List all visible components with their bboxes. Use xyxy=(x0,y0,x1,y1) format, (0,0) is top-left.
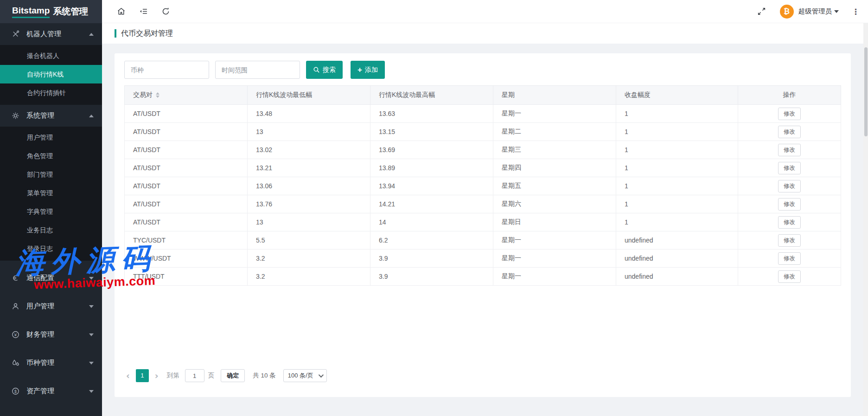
column-header: 交易对 xyxy=(125,86,248,105)
high-cell: 13.15 xyxy=(370,123,493,141)
sidebar-group-header-0[interactable]: 机器人管理 xyxy=(0,23,102,45)
fullscreen-icon[interactable] xyxy=(757,7,766,16)
low-cell: 13 xyxy=(248,213,370,231)
filter-toolbar: 搜索 + 添加 xyxy=(124,61,841,79)
edit-button[interactable]: 修改 xyxy=(778,126,801,138)
high-cell: 13.94 xyxy=(370,177,493,195)
edit-button[interactable]: 修改 xyxy=(778,216,801,229)
scrollbar-thumb[interactable] xyxy=(864,47,868,136)
sidebar-item[interactable]: 字典管理 xyxy=(0,202,102,221)
chevron-down-icon xyxy=(89,333,94,336)
week-cell: 星期日 xyxy=(493,213,616,231)
action-cell: 修改 xyxy=(738,195,841,213)
page-size-label: 100 条/页 xyxy=(288,371,313,380)
week-cell: 星期一 xyxy=(493,268,616,286)
scrollbar-track[interactable] xyxy=(863,23,868,416)
sidebar-item[interactable]: 菜单管理 xyxy=(0,184,102,202)
sidebar-submenu: 用户管理角色管理部门管理菜单管理字典管理业务日志登录日志 xyxy=(0,127,102,261)
chevron-up-icon xyxy=(89,115,94,117)
high-cell: 14 xyxy=(370,213,493,231)
pair-cell: AT/USDT xyxy=(125,105,248,123)
home-icon[interactable] xyxy=(117,7,126,16)
week-cell: 星期五 xyxy=(493,177,616,195)
sidebar-item[interactable]: 登录日志 xyxy=(0,239,102,258)
edit-button[interactable]: 修改 xyxy=(778,180,801,192)
sidebar-group-header-5[interactable]: 币种管理 xyxy=(0,352,102,374)
sidebar-group-header-6[interactable]: $资产管理 xyxy=(0,380,102,402)
pair-cell: TYC/USDT xyxy=(125,231,248,250)
sidebar-group-label: 财务管理 xyxy=(26,330,54,339)
high-cell: 6.2 xyxy=(370,231,493,250)
edit-button[interactable]: 修改 xyxy=(778,270,801,283)
sidebar-group-header-2[interactable]: 通信配置 xyxy=(0,267,102,289)
sidebar-group: ¥财务管理 xyxy=(0,324,102,346)
action-cell: 修改 xyxy=(738,213,841,231)
sidebar-group-header-1[interactable]: 系统管理 xyxy=(0,105,102,127)
page-number-button[interactable]: 1 xyxy=(136,369,149,382)
edit-button[interactable]: 修改 xyxy=(778,252,801,265)
low-cell: 5.5 xyxy=(248,231,370,250)
week-cell: 星期三 xyxy=(493,141,616,159)
sidebar-menu: 机器人管理撮合机器人自动行情K线合约行情插针系统管理用户管理角色管理部门管理菜单… xyxy=(0,23,102,402)
edit-button[interactable]: 修改 xyxy=(778,108,801,120)
table-row: TTT/USDT3.23.9星期一undefined修改 xyxy=(125,268,841,286)
search-button[interactable]: 搜索 xyxy=(306,61,343,79)
chevron-down-icon xyxy=(89,277,94,280)
high-cell: 3.9 xyxy=(370,268,493,286)
sidebar-item[interactable]: 合约行情插针 xyxy=(0,83,102,102)
week-cell: 星期一 xyxy=(493,231,616,250)
user-menu[interactable]: 超级管理员 xyxy=(798,7,839,16)
sort-icon[interactable] xyxy=(156,92,160,98)
chevron-down-icon xyxy=(89,362,94,365)
refresh-icon[interactable] xyxy=(161,7,170,16)
username-label: 超级管理员 xyxy=(798,7,832,16)
close-cell: undefined xyxy=(616,268,738,286)
brand-name: Bitstamp xyxy=(12,6,50,18)
brand-suffix: 系统管理 xyxy=(53,6,88,18)
action-cell: 修改 xyxy=(738,123,841,141)
low-cell: 3.2 xyxy=(248,268,370,286)
sidebar: Bitstamp 系统管理 机器人管理撮合机器人自动行情K线合约行情插针系统管理… xyxy=(0,0,102,416)
action-cell: 修改 xyxy=(738,268,841,286)
pair-cell: AT/USDT xyxy=(125,213,248,231)
goto-page-input[interactable] xyxy=(185,369,204,382)
time-range-input[interactable] xyxy=(215,61,300,79)
column-header: 星期 xyxy=(493,86,616,105)
sidebar-item[interactable]: 自动行情K线 xyxy=(0,65,102,83)
chevron-right-icon[interactable]: › xyxy=(153,371,160,380)
sidebar-item[interactable]: 角色管理 xyxy=(0,147,102,165)
edit-button[interactable]: 修改 xyxy=(778,234,801,247)
coin-input[interactable] xyxy=(124,61,209,79)
table-row: AT/USDT13.0613.94星期五1修改 xyxy=(125,177,841,195)
confirm-button[interactable]: 确定 xyxy=(221,369,245,382)
edit-button[interactable]: 修改 xyxy=(778,198,801,211)
pair-cell: AT/USDT xyxy=(125,141,248,159)
sidebar-item[interactable]: 部门管理 xyxy=(0,165,102,184)
week-cell: 星期六 xyxy=(493,195,616,213)
pair-cell: AT/USDT xyxy=(125,177,248,195)
edit-button[interactable]: 修改 xyxy=(778,162,801,174)
table-header-row: 交易对行情K线波动最低幅行情K线波动最高幅星期收盘幅度操作 xyxy=(125,86,841,105)
total-count-label: 共 10 条 xyxy=(253,371,276,380)
more-menu-icon[interactable]: ⋮ xyxy=(852,7,860,16)
sidebar-group-header-4[interactable]: ¥财务管理 xyxy=(0,324,102,346)
low-cell: 13.02 xyxy=(248,141,370,159)
edit-button[interactable]: 修改 xyxy=(778,144,801,156)
page-size-select[interactable]: 100 条/页 xyxy=(283,369,327,382)
sidebar-item[interactable]: 撮合机器人 xyxy=(0,46,102,65)
column-header-label: 收盘幅度 xyxy=(625,91,651,98)
sidebar-item[interactable]: 用户管理 xyxy=(0,128,102,147)
sidebar-item[interactable]: 业务日志 xyxy=(0,221,102,239)
close-cell: 1 xyxy=(616,195,738,213)
sidebar-group-header-3[interactable]: 用户管理 xyxy=(0,295,102,317)
goto-prefix-label: 到第 xyxy=(167,371,179,380)
add-button-label: 添加 xyxy=(365,66,378,74)
sidebar-group: $资产管理 xyxy=(0,380,102,402)
chevron-left-icon[interactable]: ‹ xyxy=(124,371,132,380)
chevron-down-icon xyxy=(89,305,94,308)
bitcoin-avatar-icon[interactable]: ₿ xyxy=(780,5,794,19)
collapse-menu-icon[interactable] xyxy=(139,7,148,16)
tools-icon xyxy=(12,30,19,38)
svg-text:¥: ¥ xyxy=(14,332,17,337)
add-button[interactable]: + 添加 xyxy=(351,61,385,79)
